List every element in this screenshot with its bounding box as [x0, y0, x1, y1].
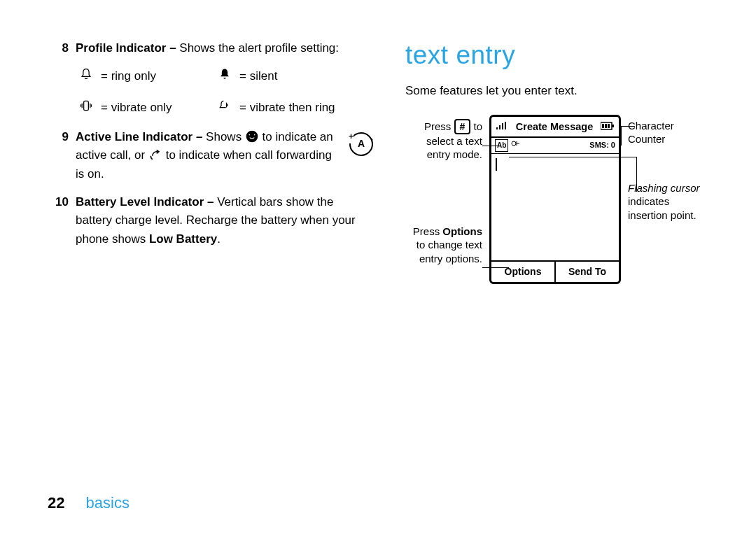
leader-line	[621, 126, 635, 127]
svg-point-7	[512, 141, 516, 146]
feature-badge-icon: +	[342, 132, 373, 156]
item-number: 8	[48, 39, 76, 57]
section-intro: Some features let you enter text.	[405, 82, 731, 100]
callout-left: Press # to select a text entry mode. Pre…	[405, 115, 482, 266]
section-label: basics	[86, 494, 130, 512]
call-forward-icon	[148, 148, 162, 162]
svg-rect-6	[608, 124, 610, 128]
hash-key-icon: #	[454, 119, 471, 134]
phone-softkeys: Options Send To	[491, 260, 619, 283]
callout-text: to change text entry options.	[416, 239, 482, 265]
vibe-ring-icon	[214, 99, 235, 118]
manual-page: 8 Profile Indicator – Shows the alert pr…	[0, 0, 756, 536]
phone-title: Create Message	[516, 119, 593, 134]
svg-rect-4	[602, 124, 604, 128]
signal-icon	[496, 119, 508, 134]
right-column: text entry Some features let you enter t…	[405, 35, 731, 284]
left-column: 8 Profile Indicator – Shows the alert pr…	[48, 35, 373, 284]
leader-line	[621, 126, 622, 146]
leader-line	[636, 157, 637, 192]
callout-cursor-italic: Flashing cursor	[628, 182, 700, 194]
item-number: 10	[48, 193, 76, 248]
leader-line	[482, 146, 498, 146]
callout-text: Press	[424, 120, 454, 132]
svg-rect-0	[84, 101, 89, 110]
ring-only-icon	[76, 67, 97, 87]
leader-line	[509, 157, 636, 157]
item-title: Profile Indicator –	[76, 41, 179, 55]
itap-icon	[511, 139, 521, 151]
text-entry-diagram: Press # to select a text entry mode. Pre…	[405, 115, 731, 285]
two-column-layout: 8 Profile Indicator – Shows the alert pr…	[48, 35, 731, 284]
item-text: Shows the alert profile setting:	[179, 41, 339, 55]
item-text: .	[217, 232, 220, 246]
page-footer: 22 basics	[48, 491, 130, 515]
phone-text-area	[491, 154, 619, 260]
profile-icon-table: = ring only = silent = vibrate only = vi…	[76, 67, 373, 118]
item-title: Active Line Indicator –	[76, 130, 206, 143]
leader-line	[482, 267, 509, 268]
phone-titlebar: Create Message	[491, 117, 619, 138]
battery-icon	[601, 119, 615, 134]
item-number: 9	[48, 128, 76, 146]
phone-status-row: Ab SMS: 0	[491, 138, 619, 154]
item-text: Shows	[206, 130, 245, 143]
icon-label: = vibrate only	[101, 99, 210, 118]
callout-right: Character Counter Flashing cursor indica…	[628, 115, 705, 223]
softkey-right: Send To	[556, 262, 619, 283]
item-title: Battery Level Indicator –	[76, 195, 217, 209]
section-heading: text entry	[405, 35, 731, 75]
icon-label: = vibrate then ring	[239, 99, 373, 118]
active-call-icon	[245, 130, 259, 143]
svg-rect-3	[612, 125, 614, 127]
svg-point-1	[246, 131, 258, 143]
list-item-10: 10 Battery Level Indicator – Vertical ba…	[48, 193, 373, 248]
sms-counter: SMS: 0	[589, 139, 615, 151]
silent-icon	[214, 67, 235, 87]
list-item-9: 9 Active Line Indicator – Shows to indic…	[48, 128, 373, 183]
callout-cursor-rest: indicates insertion point.	[628, 195, 696, 221]
phone-screen-mock: Create Message Ab SMS: 0 Opti	[489, 115, 621, 285]
low-battery-text: Low Battery	[149, 232, 217, 246]
icon-label: = ring only	[101, 67, 210, 87]
vibrate-only-icon	[76, 99, 97, 118]
callout-character-counter: Character Counter	[628, 119, 705, 146]
softkey-left: Options	[491, 262, 556, 283]
svg-rect-5	[605, 124, 607, 128]
options-keyword: Options	[442, 225, 482, 237]
cursor-icon	[496, 158, 497, 171]
page-number: 22	[48, 494, 64, 512]
list-item-8: 8 Profile Indicator – Shows the alert pr…	[48, 39, 373, 57]
icon-label: = silent	[239, 67, 373, 87]
callout-text: Press	[413, 225, 443, 237]
